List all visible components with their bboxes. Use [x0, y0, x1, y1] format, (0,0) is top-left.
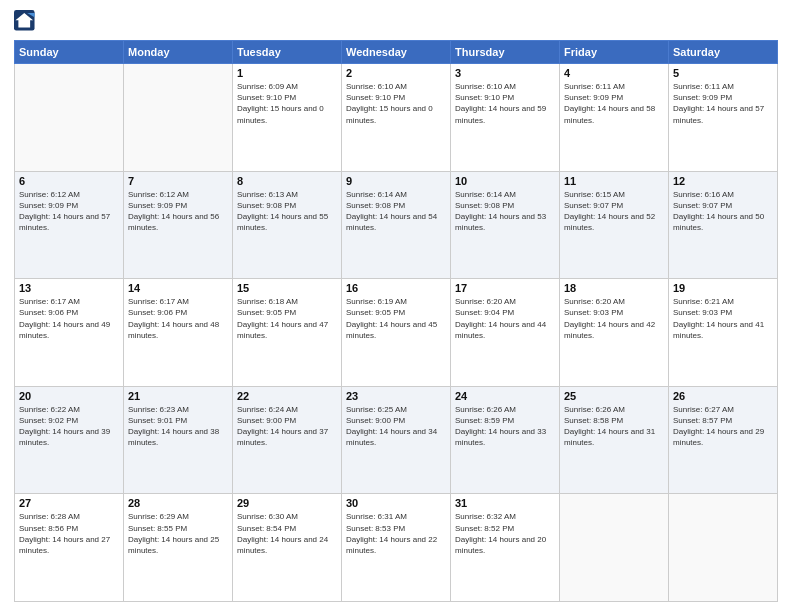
- calendar-cell: 14Sunrise: 6:17 AM Sunset: 9:06 PM Dayli…: [124, 279, 233, 387]
- day-number: 29: [237, 497, 337, 509]
- day-info: Sunrise: 6:30 AM Sunset: 8:54 PM Dayligh…: [237, 511, 337, 556]
- header: [14, 10, 778, 32]
- day-info: Sunrise: 6:10 AM Sunset: 9:10 PM Dayligh…: [346, 81, 446, 126]
- day-info: Sunrise: 6:12 AM Sunset: 9:09 PM Dayligh…: [128, 189, 228, 234]
- day-number: 24: [455, 390, 555, 402]
- day-info: Sunrise: 6:20 AM Sunset: 9:03 PM Dayligh…: [564, 296, 664, 341]
- day-number: 23: [346, 390, 446, 402]
- day-number: 22: [237, 390, 337, 402]
- day-info: Sunrise: 6:21 AM Sunset: 9:03 PM Dayligh…: [673, 296, 773, 341]
- day-number: 5: [673, 67, 773, 79]
- day-number: 31: [455, 497, 555, 509]
- day-info: Sunrise: 6:13 AM Sunset: 9:08 PM Dayligh…: [237, 189, 337, 234]
- day-info: Sunrise: 6:26 AM Sunset: 8:59 PM Dayligh…: [455, 404, 555, 449]
- day-number: 2: [346, 67, 446, 79]
- day-info: Sunrise: 6:16 AM Sunset: 9:07 PM Dayligh…: [673, 189, 773, 234]
- calendar-cell: 28Sunrise: 6:29 AM Sunset: 8:55 PM Dayli…: [124, 494, 233, 602]
- day-info: Sunrise: 6:09 AM Sunset: 9:10 PM Dayligh…: [237, 81, 337, 126]
- calendar-cell: 15Sunrise: 6:18 AM Sunset: 9:05 PM Dayli…: [233, 279, 342, 387]
- calendar-cell: 8Sunrise: 6:13 AM Sunset: 9:08 PM Daylig…: [233, 171, 342, 279]
- calendar-cell: 29Sunrise: 6:30 AM Sunset: 8:54 PM Dayli…: [233, 494, 342, 602]
- calendar-cell: 20Sunrise: 6:22 AM Sunset: 9:02 PM Dayli…: [15, 386, 124, 494]
- weekday-header-thursday: Thursday: [451, 41, 560, 64]
- day-info: Sunrise: 6:15 AM Sunset: 9:07 PM Dayligh…: [564, 189, 664, 234]
- logo-icon: [14, 10, 36, 32]
- day-number: 8: [237, 175, 337, 187]
- calendar-cell: 25Sunrise: 6:26 AM Sunset: 8:58 PM Dayli…: [560, 386, 669, 494]
- day-number: 1: [237, 67, 337, 79]
- calendar-cell: 23Sunrise: 6:25 AM Sunset: 9:00 PM Dayli…: [342, 386, 451, 494]
- calendar-cell: [669, 494, 778, 602]
- calendar-cell: 18Sunrise: 6:20 AM Sunset: 9:03 PM Dayli…: [560, 279, 669, 387]
- weekday-header-sunday: Sunday: [15, 41, 124, 64]
- day-number: 16: [346, 282, 446, 294]
- calendar-cell: 11Sunrise: 6:15 AM Sunset: 9:07 PM Dayli…: [560, 171, 669, 279]
- day-info: Sunrise: 6:20 AM Sunset: 9:04 PM Dayligh…: [455, 296, 555, 341]
- day-info: Sunrise: 6:26 AM Sunset: 8:58 PM Dayligh…: [564, 404, 664, 449]
- day-number: 4: [564, 67, 664, 79]
- day-info: Sunrise: 6:14 AM Sunset: 9:08 PM Dayligh…: [346, 189, 446, 234]
- calendar-cell: 2Sunrise: 6:10 AM Sunset: 9:10 PM Daylig…: [342, 64, 451, 172]
- calendar-cell: 6Sunrise: 6:12 AM Sunset: 9:09 PM Daylig…: [15, 171, 124, 279]
- calendar-cell: 17Sunrise: 6:20 AM Sunset: 9:04 PM Dayli…: [451, 279, 560, 387]
- calendar-cell: 3Sunrise: 6:10 AM Sunset: 9:10 PM Daylig…: [451, 64, 560, 172]
- day-number: 25: [564, 390, 664, 402]
- day-info: Sunrise: 6:23 AM Sunset: 9:01 PM Dayligh…: [128, 404, 228, 449]
- calendar-cell: [124, 64, 233, 172]
- day-number: 11: [564, 175, 664, 187]
- day-info: Sunrise: 6:22 AM Sunset: 9:02 PM Dayligh…: [19, 404, 119, 449]
- calendar-cell: 12Sunrise: 6:16 AM Sunset: 9:07 PM Dayli…: [669, 171, 778, 279]
- day-info: Sunrise: 6:14 AM Sunset: 9:08 PM Dayligh…: [455, 189, 555, 234]
- day-info: Sunrise: 6:32 AM Sunset: 8:52 PM Dayligh…: [455, 511, 555, 556]
- day-number: 15: [237, 282, 337, 294]
- day-info: Sunrise: 6:11 AM Sunset: 9:09 PM Dayligh…: [564, 81, 664, 126]
- weekday-header-row: SundayMondayTuesdayWednesdayThursdayFrid…: [15, 41, 778, 64]
- day-number: 10: [455, 175, 555, 187]
- week-row-5: 27Sunrise: 6:28 AM Sunset: 8:56 PM Dayli…: [15, 494, 778, 602]
- calendar-cell: 24Sunrise: 6:26 AM Sunset: 8:59 PM Dayli…: [451, 386, 560, 494]
- day-info: Sunrise: 6:12 AM Sunset: 9:09 PM Dayligh…: [19, 189, 119, 234]
- day-info: Sunrise: 6:28 AM Sunset: 8:56 PM Dayligh…: [19, 511, 119, 556]
- calendar-cell: 27Sunrise: 6:28 AM Sunset: 8:56 PM Dayli…: [15, 494, 124, 602]
- calendar-cell: 9Sunrise: 6:14 AM Sunset: 9:08 PM Daylig…: [342, 171, 451, 279]
- week-row-2: 6Sunrise: 6:12 AM Sunset: 9:09 PM Daylig…: [15, 171, 778, 279]
- day-number: 17: [455, 282, 555, 294]
- day-info: Sunrise: 6:18 AM Sunset: 9:05 PM Dayligh…: [237, 296, 337, 341]
- calendar-cell: 30Sunrise: 6:31 AM Sunset: 8:53 PM Dayli…: [342, 494, 451, 602]
- day-number: 19: [673, 282, 773, 294]
- week-row-4: 20Sunrise: 6:22 AM Sunset: 9:02 PM Dayli…: [15, 386, 778, 494]
- calendar-cell: 1Sunrise: 6:09 AM Sunset: 9:10 PM Daylig…: [233, 64, 342, 172]
- day-info: Sunrise: 6:19 AM Sunset: 9:05 PM Dayligh…: [346, 296, 446, 341]
- day-number: 21: [128, 390, 228, 402]
- day-number: 13: [19, 282, 119, 294]
- week-row-1: 1Sunrise: 6:09 AM Sunset: 9:10 PM Daylig…: [15, 64, 778, 172]
- calendar-cell: 22Sunrise: 6:24 AM Sunset: 9:00 PM Dayli…: [233, 386, 342, 494]
- day-info: Sunrise: 6:29 AM Sunset: 8:55 PM Dayligh…: [128, 511, 228, 556]
- page: SundayMondayTuesdayWednesdayThursdayFrid…: [0, 0, 792, 612]
- calendar-cell: 21Sunrise: 6:23 AM Sunset: 9:01 PM Dayli…: [124, 386, 233, 494]
- day-number: 26: [673, 390, 773, 402]
- calendar-cell: 26Sunrise: 6:27 AM Sunset: 8:57 PM Dayli…: [669, 386, 778, 494]
- day-info: Sunrise: 6:17 AM Sunset: 9:06 PM Dayligh…: [19, 296, 119, 341]
- day-info: Sunrise: 6:17 AM Sunset: 9:06 PM Dayligh…: [128, 296, 228, 341]
- day-number: 6: [19, 175, 119, 187]
- day-info: Sunrise: 6:27 AM Sunset: 8:57 PM Dayligh…: [673, 404, 773, 449]
- day-number: 20: [19, 390, 119, 402]
- calendar-cell: 31Sunrise: 6:32 AM Sunset: 8:52 PM Dayli…: [451, 494, 560, 602]
- calendar-cell: 10Sunrise: 6:14 AM Sunset: 9:08 PM Dayli…: [451, 171, 560, 279]
- day-number: 28: [128, 497, 228, 509]
- day-number: 12: [673, 175, 773, 187]
- calendar-cell: 4Sunrise: 6:11 AM Sunset: 9:09 PM Daylig…: [560, 64, 669, 172]
- week-row-3: 13Sunrise: 6:17 AM Sunset: 9:06 PM Dayli…: [15, 279, 778, 387]
- day-info: Sunrise: 6:10 AM Sunset: 9:10 PM Dayligh…: [455, 81, 555, 126]
- day-number: 14: [128, 282, 228, 294]
- day-number: 7: [128, 175, 228, 187]
- calendar-cell: 7Sunrise: 6:12 AM Sunset: 9:09 PM Daylig…: [124, 171, 233, 279]
- day-info: Sunrise: 6:24 AM Sunset: 9:00 PM Dayligh…: [237, 404, 337, 449]
- calendar-cell: 19Sunrise: 6:21 AM Sunset: 9:03 PM Dayli…: [669, 279, 778, 387]
- weekday-header-tuesday: Tuesday: [233, 41, 342, 64]
- day-info: Sunrise: 6:11 AM Sunset: 9:09 PM Dayligh…: [673, 81, 773, 126]
- calendar-table: SundayMondayTuesdayWednesdayThursdayFrid…: [14, 40, 778, 602]
- day-number: 18: [564, 282, 664, 294]
- calendar-body: 1Sunrise: 6:09 AM Sunset: 9:10 PM Daylig…: [15, 64, 778, 602]
